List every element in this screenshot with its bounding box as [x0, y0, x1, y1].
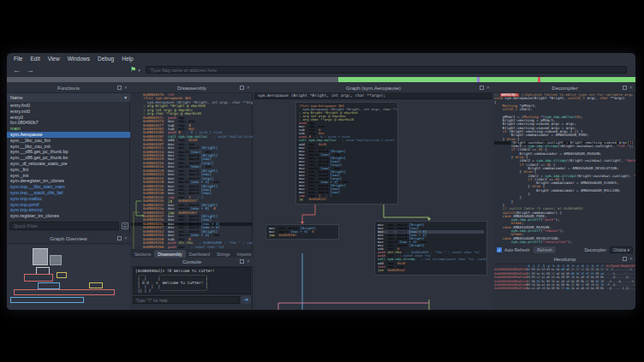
decompiler-code[interactable]: // WARNING: [r2ghidra] Failed to match t… [494, 93, 635, 244]
function-list-item[interactable]: fcn.080490b7 [7, 120, 130, 126]
graph-node-true-branch[interactable]: mov eax, dword [Bright]mov eax, dword [e… [374, 221, 487, 276]
functions-column-header[interactable]: Name ▾ [7, 93, 130, 102]
close-icon[interactable]: ✕ [247, 86, 250, 90]
disassembly-listing[interactable]: 0x080491fb ret (fcn) sym.Aeropause 364 s… [131, 93, 253, 249]
function-list-item[interactable]: sym._init [7, 173, 130, 179]
function-list-item[interactable]: sym.deregister_tm_clones [7, 178, 130, 184]
decompiler-title: Decompiler [552, 86, 577, 91]
jump-arrows [131, 93, 145, 249]
minimap-block [33, 248, 48, 265]
console-input[interactable]: Type "?" for help [133, 296, 240, 304]
engine-value: Ghidra [613, 247, 626, 252]
functions-panel-header: Functions ✕ [7, 84, 130, 93]
minimap-block [14, 289, 115, 295]
graph-node-false-branch[interactable]: mov eax, dword [Bright]mov dword [eax + … [265, 224, 339, 240]
console-output[interactable]: [0x080490a1]> ?E Welcome to Cutter! .--.… [133, 267, 251, 294]
functions-list: entry.fini0entry.init0entry0fcn.080490b7… [7, 103, 130, 219]
float-icon[interactable] [623, 257, 627, 261]
console-line: |`-'| [135, 294, 248, 294]
function-list-item[interactable]: sym._fini [7, 167, 130, 173]
close-icon[interactable]: ✕ [629, 86, 633, 90]
forward-arrow-icon[interactable]: → [27, 66, 34, 74]
float-icon[interactable] [480, 86, 484, 90]
close-icon[interactable]: ✕ [124, 86, 128, 90]
back-arrow-icon[interactable]: ← [13, 66, 21, 74]
console-title: Console [182, 259, 201, 264]
menu-item-help[interactable]: Help [122, 56, 133, 62]
graph-node-entry[interactable]: (fcn) sym.Aeropause 364 sym.Aeropause (B… [295, 102, 398, 205]
menu-item-file[interactable]: File [14, 56, 22, 62]
graph-overview-header: Graph Overview ✕ [7, 234, 130, 244]
float-icon[interactable] [117, 86, 122, 90]
graph-overview-minimap[interactable] [7, 245, 130, 310]
hexdump-header: Hexdump ✕ [494, 255, 635, 264]
function-list-item[interactable]: sym.imp.malloc [7, 196, 130, 202]
functions-panel-title: Functions [57, 86, 80, 91]
seek-segment [538, 77, 540, 82]
function-list-item[interactable]: sym.imp.__stack_chk_fail [7, 190, 130, 196]
minimap-block [57, 272, 67, 278]
hexdump-content[interactable]: 0 1 2 3 4 5 6 7 8 9 A B C D E F012345678… [494, 264, 635, 309]
function-list-item[interactable]: entry0 [7, 115, 130, 121]
console-send-button[interactable]: ➜ [242, 296, 251, 304]
graph-canvas[interactable]: (fcn) sym.Aeropause 364 sym.Aeropause (B… [254, 99, 492, 310]
close-icon[interactable]: ✕ [247, 259, 250, 264]
graph-node-line: jne 0x80492a7 [378, 269, 484, 272]
function-list-item[interactable]: sym.imp.__libc_start_main [7, 184, 130, 190]
search-input[interactable]: Type flag name or address here [146, 66, 627, 74]
refresh-button[interactable]: Refresh [534, 246, 556, 253]
function-list-item[interactable]: main [7, 126, 130, 132]
function-list-item[interactable]: sym.__libc_csu_fini [7, 138, 130, 144]
menu-item-debug[interactable]: Debug [98, 56, 114, 62]
flag-dropdown[interactable]: ⚑ ▾ [130, 66, 140, 74]
function-list-item[interactable]: sym.imp.strcmp [7, 207, 130, 213]
tab-strings[interactable]: Strings [213, 250, 234, 258]
float-icon[interactable] [240, 86, 244, 90]
tab-disassembly[interactable]: Disassembly [154, 250, 185, 258]
auto-refresh-checkbox[interactable]: ✓ [497, 247, 502, 252]
decompiler-header: Decompiler ✕ [494, 84, 635, 93]
menu-item-view[interactable]: View [48, 56, 60, 62]
name-column-label: Name [10, 95, 23, 100]
close-icon[interactable]: ✕ [124, 236, 128, 240]
function-list-item[interactable]: entry.fini0 [7, 103, 130, 109]
function-list-item[interactable]: sym.__x86.get_pc_thunk.bp [7, 149, 130, 155]
toolbar: ← → ⚑ ▾ Type flag name or address here [7, 63, 635, 76]
engine-select[interactable]: Ghidra ▾ [610, 246, 633, 253]
filter-icon[interactable]: ☰ [122, 223, 128, 229]
disassembly-title: Disassembly [177, 86, 206, 91]
close-icon[interactable]: ✕ [629, 257, 633, 261]
hexdump-row[interactable]: 0x00000000080491e00a a1 40 c0 04 08 8b 0… [494, 287, 635, 290]
quick-filter-input[interactable]: Quick Filter [9, 222, 119, 230]
menu-item-edit[interactable]: Edit [30, 56, 39, 62]
function-list-item[interactable]: sym.register_tm_clones [7, 213, 130, 219]
menu-item-windows[interactable]: Windows [68, 56, 90, 62]
function-list-item[interactable]: sym._dl_relocate_static_pie [7, 161, 130, 167]
minimap-block [10, 297, 84, 303]
chevron-down-icon: ▾ [124, 95, 127, 100]
minimap-block [24, 274, 53, 282]
close-icon[interactable]: ✕ [486, 86, 490, 90]
function-list-item[interactable]: sym.__libc_csu_init [7, 144, 130, 150]
console-header: Console ✕ [131, 258, 253, 267]
chevron-down-icon: ▾ [138, 68, 140, 73]
decompiler-line[interactable]: void sym.Aeropause(Bright *Bright, uint3… [494, 97, 635, 100]
float-icon[interactable] [623, 86, 627, 90]
tab-dashboard[interactable]: Dashboard [186, 250, 213, 258]
graph-node-line: jg 0x8049247 [299, 198, 395, 201]
seek-bar[interactable] [7, 77, 635, 82]
float-icon[interactable] [117, 236, 122, 240]
menu-bar: FileEditViewWindowsDebugHelp [7, 53, 635, 63]
tab-sections[interactable]: Sections [131, 250, 154, 258]
flag-icon: ⚑ [130, 66, 136, 74]
auto-refresh-label: Auto Refresh [504, 247, 529, 252]
function-list-item[interactable]: sym.Aeropause [7, 132, 130, 138]
seek-segment [477, 77, 480, 82]
function-list-item[interactable]: sym.imp.printf [7, 202, 130, 208]
engine-label: Decompiler: [584, 247, 607, 252]
function-signature-bar: sym.Aeropause (Bright *Bright, int argc,… [254, 92, 492, 99]
float-icon[interactable] [240, 259, 244, 264]
function-list-item[interactable]: sym.__x86.get_pc_thunk.bx [7, 155, 130, 161]
function-list-item[interactable]: entry.init0 [7, 109, 130, 115]
tab-imports[interactable]: Imports [234, 250, 255, 258]
